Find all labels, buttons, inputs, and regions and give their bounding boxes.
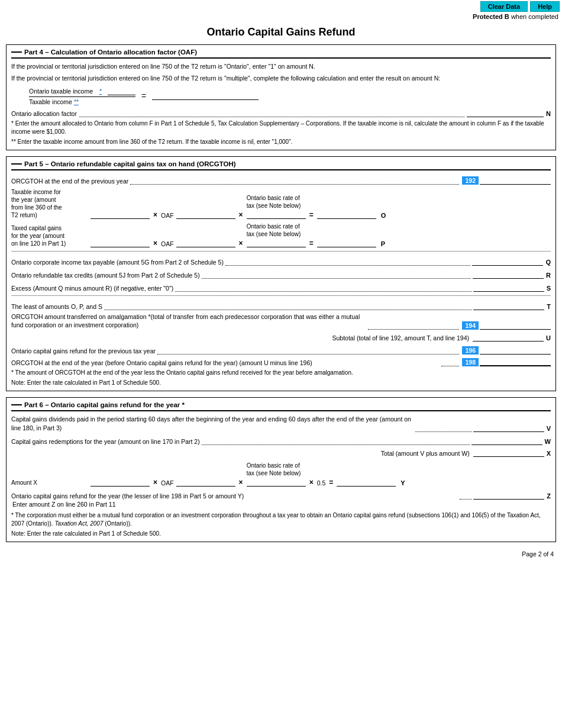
mult-op-Y3: × <box>309 478 314 487</box>
orcgtoh-transfer-label: ORCGTOH amount transferred on amalgamati… <box>11 313 366 330</box>
part6-footnote-star: * The corporation must either be a mutua… <box>11 511 551 528</box>
part4-footnote1: * Enter the amount allocated to Ontario … <box>11 120 551 136</box>
taxable-income-input[interactable] <box>91 210 150 219</box>
line-194-input[interactable] <box>480 320 551 330</box>
part5-section: Part 5 – Ontario refundable capital gain… <box>6 156 556 391</box>
W-input[interactable] <box>471 436 542 445</box>
row-T: The least of amounts O, P, and S T <box>11 299 551 310</box>
rate-label-Y: Ontario basic rate of tax (see Note belo… <box>247 462 301 477</box>
row-V-dots <box>415 424 471 432</box>
row-V: Capital gains dividends paid in the peri… <box>11 415 551 432</box>
row-S-dots <box>175 284 471 292</box>
enter-z-label: Enter amount Z on line 260 in Part 11 <box>11 501 551 508</box>
line-198-input[interactable] <box>480 357 551 366</box>
rate-Y-input[interactable] <box>247 477 306 487</box>
capital-gains-div-label: Capital gains dividends paid in the peri… <box>11 415 414 432</box>
row-196-dots <box>157 346 460 355</box>
oaf-Y: OAF <box>161 479 174 487</box>
row-Q-dots <box>225 257 471 266</box>
help-button[interactable]: Help <box>530 1 560 12</box>
mult-op-P2: × <box>239 239 243 247</box>
letter-Z: Z <box>547 492 551 500</box>
row-198-dots <box>441 358 459 366</box>
row-O: Taxable income for the year (amount from… <box>11 188 551 219</box>
oaf-P: OAF <box>161 240 174 247</box>
letter-P: P <box>381 240 385 247</box>
line-192-input[interactable] <box>480 175 551 185</box>
mult-op-O2: × <box>239 211 243 219</box>
X-input[interactable] <box>473 447 544 457</box>
result-P-input[interactable] <box>317 238 376 247</box>
letter-U: U <box>546 334 551 342</box>
eq-O: = <box>309 211 314 219</box>
line-192-label: ORCGTOH at the end of the previous year <box>11 178 128 185</box>
page-title: Ontario Capital Gains Refund <box>0 26 562 38</box>
taxable-income-label: Taxable income for the year (amount from… <box>11 188 88 219</box>
letter-X: X <box>547 450 551 457</box>
letter-Q: Q <box>545 259 551 266</box>
fraction-numerator: Ontario taxable income * <box>29 87 135 97</box>
amount-X-input[interactable] <box>91 477 150 487</box>
row-Y: Amount X × OAF × Ontario basic rate of t… <box>11 462 551 487</box>
T-input[interactable] <box>473 301 544 310</box>
row-198: ORCGTOH at the end of the year (before O… <box>11 357 551 366</box>
result-O-input[interactable] <box>317 210 376 219</box>
eq-Y: = <box>329 478 333 487</box>
part4-section: Part 4 – Calculation of Ontario allocati… <box>6 44 556 150</box>
R-input[interactable] <box>473 269 544 279</box>
separator-1 <box>11 251 551 252</box>
line-196-label: Ontario capital gains refund for the pre… <box>11 347 156 355</box>
row-Z: Ontario capital gains refund for the yea… <box>11 490 551 508</box>
mult-op-Y2: × <box>239 478 243 487</box>
U-input[interactable] <box>473 332 544 342</box>
rate-label-O: Ontario basic rate of tax (see Note belo… <box>247 194 301 210</box>
ontario-refundable-label: Ontario refundable tax credits (amount 5… <box>11 272 200 279</box>
least-label: The least of amounts O, P, and S <box>11 303 102 310</box>
fraction-result-field[interactable] <box>152 92 259 100</box>
top-bar: Clear Data Help <box>0 0 562 13</box>
clear-data-button[interactable]: Clear Data <box>480 1 528 12</box>
letter-S: S <box>547 285 551 292</box>
mult-op-P1: × <box>153 239 157 247</box>
part6-footnote-note: Note: Enter the rate calculated in Part … <box>11 530 551 538</box>
Z-input[interactable] <box>473 490 544 500</box>
row-196: Ontario capital gains refund for the pre… <box>11 344 551 355</box>
oaf-letter: N <box>546 110 551 117</box>
rate-P-input[interactable] <box>247 238 306 247</box>
eq-P: = <box>309 239 314 247</box>
protected-label: Protected B when completed <box>0 13 562 21</box>
part5-heading: Part 5 – Ontario refundable capital gain… <box>11 160 551 170</box>
letter-R: R <box>546 272 551 279</box>
oaf-P-input[interactable] <box>176 238 235 247</box>
row-R: Ontario refundable tax credits (amount 5… <box>11 268 551 279</box>
rate-O-input[interactable] <box>247 210 306 219</box>
letter-T: T <box>547 303 551 310</box>
row-R-dots <box>202 270 471 279</box>
line-192-row: ORCGTOH at the end of the previous year … <box>11 174 551 185</box>
S-input[interactable] <box>473 282 544 292</box>
mult-op-O1: × <box>153 211 157 219</box>
taxed-capital-input[interactable] <box>91 238 150 247</box>
page-number: Page 2 of 4 <box>0 548 562 560</box>
row-Z-inner: Ontario capital gains refund for the yea… <box>11 490 551 500</box>
part4-instruction2: If the provincial or territorial jurisdi… <box>11 74 551 83</box>
total-row-X: Total (amount V plus amount W) X <box>11 447 551 457</box>
oaf-input-field[interactable] <box>467 108 544 117</box>
oaf-Y-input[interactable] <box>176 477 235 487</box>
result-Y-input[interactable] <box>337 477 396 487</box>
letter-O: O <box>381 212 386 219</box>
row-S: Excess (Amount Q minus amount R) (if neg… <box>11 281 551 292</box>
part5-footnote-star: * The amount of ORCGTOH at the end of th… <box>11 369 551 377</box>
equals-sign: = <box>141 91 146 101</box>
line-192-dots <box>130 176 459 185</box>
row-W: Capital gains redemptions for the year (… <box>11 434 551 445</box>
fraction: Ontario taxable income * Taxable income … <box>29 87 135 105</box>
Q-input[interactable] <box>472 256 543 266</box>
part4-footnote2: ** Enter the taxable income amount from … <box>11 138 551 146</box>
badge-194: 194 <box>462 321 479 330</box>
V-input[interactable] <box>473 423 544 432</box>
oaf-O-input[interactable] <box>176 210 235 219</box>
line-196-input[interactable] <box>480 345 551 355</box>
letter-Y: Y <box>400 479 405 487</box>
subtotal-label-U: Subtotal (total of line 192, amount T, a… <box>11 334 473 342</box>
